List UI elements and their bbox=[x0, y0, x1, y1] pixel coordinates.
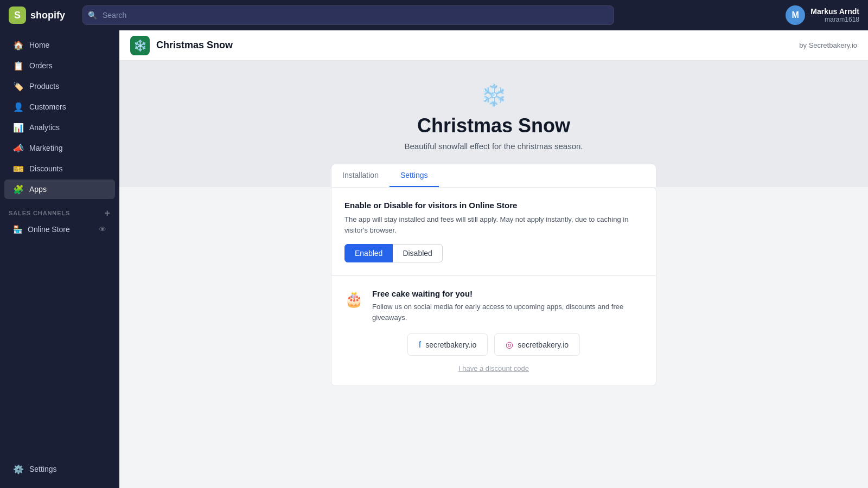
instagram-label: secretbakery.io bbox=[518, 341, 569, 349]
hero-snowflake-icon: ❄️ bbox=[480, 82, 507, 108]
user-info: Markus Arndt maram1618 bbox=[810, 7, 859, 23]
orders-icon: 📋 bbox=[13, 60, 24, 71]
app-title-section: ❄️ Christmas Snow bbox=[130, 36, 233, 55]
main-card-wrapper: Enable or Disable for visitors in Online… bbox=[331, 187, 656, 386]
sidebar-item-discounts[interactable]: 🎫 Discounts bbox=[4, 159, 115, 178]
settings-description: The app will stay installed and fees wil… bbox=[344, 214, 643, 235]
sidebar-label-analytics: Analytics bbox=[29, 123, 60, 132]
hero-subtitle: Beautiful snowfall effect for the christ… bbox=[404, 142, 583, 151]
promo-inner: 🎂 Free cake waiting for you! Follow us o… bbox=[344, 289, 643, 333]
sidebar-label-home: Home bbox=[29, 41, 49, 49]
online-store-left: 🏪 Online Store bbox=[13, 225, 70, 234]
enabled-button[interactable]: Enabled bbox=[344, 244, 393, 262]
tabs-container: Installation Settings bbox=[331, 164, 656, 187]
app-logo: ❄️ bbox=[130, 36, 150, 55]
sidebar-label-products: Products bbox=[29, 82, 59, 91]
instagram-button[interactable]: ◎ secretbakery.io bbox=[494, 333, 580, 356]
card-wrapper: Installation Settings bbox=[331, 164, 656, 187]
sidebar-label-discounts: Discounts bbox=[29, 164, 62, 173]
tab-installation[interactable]: Installation bbox=[331, 164, 390, 187]
sidebar-item-home[interactable]: 🏠 Home bbox=[4, 35, 115, 55]
content-wrapper: Enable or Disable for visitors in Online… bbox=[119, 187, 868, 488]
sidebar-label-apps: Apps bbox=[29, 185, 47, 194]
app-header-bar: ❄️ Christmas Snow by Secretbakery.io bbox=[119, 30, 868, 61]
tab-settings[interactable]: Settings bbox=[390, 164, 439, 187]
discount-code-link[interactable]: I have a discount code bbox=[458, 364, 529, 373]
search-input[interactable] bbox=[82, 5, 614, 25]
shopify-logo[interactable]: S shopify bbox=[9, 7, 74, 24]
promo-icon: 🎂 bbox=[344, 290, 363, 308]
by-text: by Secretbakery.io bbox=[799, 41, 857, 49]
facebook-button[interactable]: f secretbakery.io bbox=[407, 333, 488, 356]
products-icon: 🏷️ bbox=[13, 81, 24, 92]
analytics-icon: 📊 bbox=[13, 122, 24, 133]
settings-section: Enable or Disable for visitors in Online… bbox=[331, 188, 656, 276]
customers-icon: 👤 bbox=[13, 101, 24, 112]
main-layout: 🏠 Home 📋 Orders 🏷️ Products 👤 Customers … bbox=[0, 30, 868, 488]
sidebar-item-analytics[interactable]: 📊 Analytics bbox=[4, 118, 115, 137]
sidebar-item-products[interactable]: 🏷️ Products bbox=[4, 76, 115, 96]
shopify-icon: S bbox=[9, 7, 26, 24]
promo-section: 🎂 Free cake waiting for you! Follow us o… bbox=[331, 276, 656, 386]
top-nav: S shopify 🔍 M Markus Arndt maram1618 bbox=[0, 0, 868, 30]
sidebar-item-apps[interactable]: 🧩 Apps bbox=[4, 179, 115, 199]
instagram-icon: ◎ bbox=[506, 339, 513, 350]
online-store-eye-icon[interactable]: 👁 bbox=[99, 225, 106, 234]
hero-title: Christmas Snow bbox=[417, 114, 570, 137]
sidebar-label-settings: Settings bbox=[29, 465, 57, 473]
online-store-icon: 🏪 bbox=[13, 225, 22, 234]
online-store-label: Online Store bbox=[28, 225, 70, 234]
avatar[interactable]: M bbox=[786, 5, 805, 25]
facebook-label: secretbakery.io bbox=[425, 341, 476, 349]
settings-title: Enable or Disable for visitors in Online… bbox=[344, 201, 643, 210]
promo-content: Free cake waiting for you! Follow us on … bbox=[372, 289, 643, 333]
search-bar: 🔍 bbox=[82, 5, 614, 25]
sales-channels-section: SALES CHANNELS + bbox=[0, 200, 119, 220]
sidebar-item-marketing[interactable]: 📣 Marketing bbox=[4, 138, 115, 158]
user-name: Markus Arndt bbox=[810, 7, 859, 16]
sidebar-item-orders[interactable]: 📋 Orders bbox=[4, 56, 115, 75]
promo-description: Follow us on social media for early acce… bbox=[372, 301, 643, 323]
search-icon: 🔍 bbox=[88, 11, 97, 20]
promo-title: Free cake waiting for you! bbox=[372, 289, 643, 298]
sidebar-label-customers: Customers bbox=[29, 102, 66, 111]
facebook-icon: f bbox=[419, 340, 421, 350]
user-handle: maram1618 bbox=[810, 16, 859, 23]
logo-text: shopify bbox=[30, 10, 65, 21]
sidebar: 🏠 Home 📋 Orders 🏷️ Products 👤 Customers … bbox=[0, 30, 119, 488]
content-area: ❄️ Christmas Snow by Secretbakery.io ❄️ … bbox=[119, 30, 868, 488]
user-section: M Markus Arndt maram1618 bbox=[786, 5, 859, 25]
add-sales-channel-button[interactable]: + bbox=[105, 208, 111, 218]
sidebar-label-orders: Orders bbox=[29, 61, 53, 70]
sidebar-label-marketing: Marketing bbox=[29, 144, 62, 152]
hero-wrapper: ❄️ Christmas Snow Beautiful snowfall eff… bbox=[119, 61, 868, 187]
social-buttons: f secretbakery.io ◎ secretbakery.io bbox=[344, 333, 643, 356]
app-name: Christmas Snow bbox=[156, 40, 233, 51]
discounts-icon: 🎫 bbox=[13, 163, 24, 174]
toggle-group: Enabled Disabled bbox=[344, 244, 643, 262]
disabled-button[interactable]: Disabled bbox=[393, 244, 442, 262]
sales-channels-label: SALES CHANNELS bbox=[9, 210, 70, 216]
main-card: Enable or Disable for visitors in Online… bbox=[331, 187, 656, 386]
settings-icon: ⚙️ bbox=[13, 464, 24, 474]
sidebar-bottom: ⚙️ Settings bbox=[0, 459, 119, 484]
home-icon: 🏠 bbox=[13, 40, 24, 50]
sidebar-item-online-store[interactable]: 🏪 Online Store 👁 bbox=[4, 221, 115, 238]
sidebar-item-customers[interactable]: 👤 Customers bbox=[4, 97, 115, 117]
apps-icon: 🧩 bbox=[13, 184, 24, 195]
marketing-icon: 📣 bbox=[13, 143, 24, 153]
sidebar-item-settings[interactable]: ⚙️ Settings bbox=[4, 459, 115, 479]
